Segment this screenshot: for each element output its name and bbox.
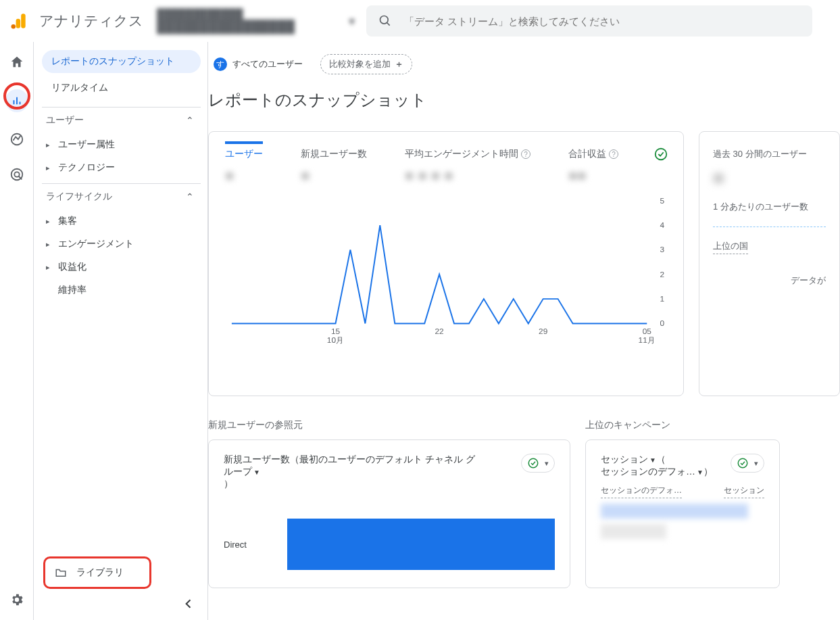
chip-add-comparison[interactable]: 比較対象を追加 ＋	[320, 54, 412, 74]
table-row[interactable]	[601, 504, 764, 519]
svg-text:3: 3	[660, 245, 664, 254]
chip-badge: す	[214, 57, 227, 71]
sidebar-item-label: ユーザー属性	[58, 139, 115, 151]
bar-category-label: Direct	[224, 540, 287, 550]
metric-new-users[interactable]: 新規ユーザー数 ■	[301, 148, 367, 185]
svg-text:1: 1	[660, 294, 664, 303]
realtime-value: ■	[713, 167, 826, 189]
gear-icon[interactable]	[9, 592, 25, 608]
campaigns-header[interactable]: セッション▼（ セッションのデフォ…▼）	[601, 454, 713, 478]
property-line1: ████████████	[157, 8, 343, 20]
comparison-chips: す すべてのユーザー 比較対象を追加 ＋	[208, 54, 840, 87]
search-input[interactable]	[404, 16, 800, 27]
search-field[interactable]	[366, 5, 812, 37]
sidebar-item-user-attributes[interactable]: ▸ユーザー属性	[42, 133, 201, 156]
metric-users[interactable]: ユーザー ■	[225, 148, 263, 185]
bar-chart-row: Direct	[224, 519, 555, 570]
svg-text:29: 29	[539, 327, 547, 335]
svg-text:2: 2	[660, 270, 664, 279]
metric-label: ユーザー	[225, 141, 263, 164]
sidebar-item-label: 維持率	[58, 284, 87, 296]
th-left: セッションのデフォ…	[601, 485, 682, 498]
metric-label: 平均エンゲージメント時間?	[405, 148, 530, 164]
svg-text:0: 0	[660, 319, 664, 328]
sidebar-item-acquisition[interactable]: ▸集客	[42, 210, 201, 233]
referrers-card: 新規ユーザー数（最初のユーザーのデフォルト チャネル グループ▼ ） ▾ Dir…	[208, 439, 570, 588]
chevron-down-icon: ▾	[754, 459, 758, 468]
collapse-sidebar-button[interactable]	[182, 597, 195, 613]
users-line-chart: 0123451510月22290511月	[225, 197, 667, 345]
realtime-no-data: データが	[713, 275, 826, 287]
realtime-past30-label: 過去 30 分間のユーザー	[713, 148, 826, 160]
sidebar-item-monetization[interactable]: ▸収益化	[42, 256, 201, 279]
main-content: す すべてのユーザー 比較対象を追加 ＋ レポートのスナップショット ユーザー …	[208, 42, 840, 620]
sidebar-item-label: エンゲージメント	[58, 238, 134, 250]
sidebar-item-technology[interactable]: ▸テクノロジー	[42, 156, 201, 179]
svg-point-10	[14, 172, 19, 176]
analytics-logo-icon	[11, 12, 28, 30]
sidebar: レポートのスナップショット リアルタイム ユーザー ⌃ ▸ユーザー属性 ▸テクノ…	[34, 42, 208, 620]
svg-text:05: 05	[643, 327, 651, 335]
sidebar-item-realtime[interactable]: リアルタイム	[42, 76, 201, 99]
reports-icon[interactable]	[5, 89, 28, 112]
svg-line-4	[387, 23, 390, 26]
search-icon	[378, 14, 392, 28]
caret-right-icon: ▸	[46, 263, 51, 272]
chip-label: すべてのユーザー	[232, 58, 303, 70]
referrers-header-text: 新規ユーザー数（最初のユーザーのデフォルト チャネル グループ	[224, 454, 475, 477]
home-icon[interactable]	[9, 54, 25, 70]
chevron-down-icon: ▼	[347, 16, 357, 27]
svg-point-25	[738, 458, 747, 468]
advertising-icon[interactable]	[9, 166, 25, 183]
sidebar-item-label: 収益化	[58, 261, 87, 273]
sidebar-item-label: テクノロジー	[58, 162, 115, 174]
bar-value	[287, 519, 555, 570]
divider	[713, 226, 826, 227]
library-label: ライブラリ	[76, 567, 124, 579]
help-icon[interactable]: ?	[609, 149, 618, 159]
data-quality-dropdown[interactable]: ▾	[731, 454, 764, 473]
sidebar-item-retention[interactable]: ▸維持率	[42, 279, 201, 302]
chevron-down-icon: ▼	[697, 469, 703, 476]
realtime-per-minute-label: 1 分あたりのユーザー数	[713, 201, 826, 213]
chevron-down-icon: ▾	[545, 459, 549, 468]
chip-all-users[interactable]: す すべてのユーザー	[208, 54, 311, 74]
data-quality-status[interactable]	[653, 147, 668, 164]
referrers-header[interactable]: 新規ユーザー数（最初のユーザーのデフォルト チャネル グループ▼ ）	[224, 454, 480, 490]
svg-rect-1	[16, 19, 20, 28]
referrers-section-title: 新規ユーザーの参照元	[208, 419, 570, 431]
table-row[interactable]	[601, 524, 764, 539]
property-selector[interactable]: ████████████ ████████████████ ▼	[157, 5, 360, 37]
sidebar-section-lifecycle[interactable]: ライフサイクル ⌃	[42, 183, 201, 210]
metric-avg-engagement[interactable]: 平均エンゲージメント時間? ■ ■ ■ ■	[405, 148, 530, 185]
explore-icon[interactable]	[9, 131, 25, 147]
paren-close: ）	[703, 466, 713, 477]
sidebar-item-engagement[interactable]: ▸エンゲージメント	[42, 233, 201, 256]
sidebar-item-snapshot[interactable]: レポートのスナップショット	[42, 50, 201, 73]
property-line2: ████████████████	[157, 20, 343, 34]
caret-right-icon: ▸	[46, 240, 51, 249]
nav-rail	[0, 42, 34, 620]
campaigns-header-text2: セッションのデフォ…	[601, 466, 695, 477]
help-icon[interactable]: ?	[521, 149, 530, 159]
svg-text:22: 22	[435, 327, 443, 335]
svg-text:4: 4	[660, 220, 664, 229]
svg-text:11月: 11月	[639, 335, 656, 344]
chevron-down-icon: ▼	[253, 469, 260, 476]
metric-value: ■	[225, 167, 263, 185]
svg-text:5: 5	[660, 197, 664, 205]
page-title: レポートのスナップショット	[208, 89, 840, 111]
referrers-header-close: ）	[224, 478, 233, 489]
library-button[interactable]: ライブラリ	[43, 556, 151, 589]
svg-point-24	[528, 458, 538, 468]
check-circle-icon	[737, 457, 749, 469]
campaigns-header-text: セッション	[601, 454, 648, 464]
caret-right-icon: ▸	[46, 217, 51, 226]
paren-open: （	[656, 454, 666, 464]
metric-total-revenue[interactable]: 合計収益? ■■	[568, 148, 618, 185]
svg-text:15: 15	[331, 327, 340, 335]
svg-point-11	[656, 149, 667, 160]
sidebar-section-user[interactable]: ユーザー ⌃	[42, 107, 201, 133]
data-quality-dropdown[interactable]: ▾	[521, 454, 555, 473]
metrics-card: ユーザー ■ 新規ユーザー数 ■ 平均エンゲージメント時間? ■ ■ ■ ■ 合…	[208, 131, 684, 396]
